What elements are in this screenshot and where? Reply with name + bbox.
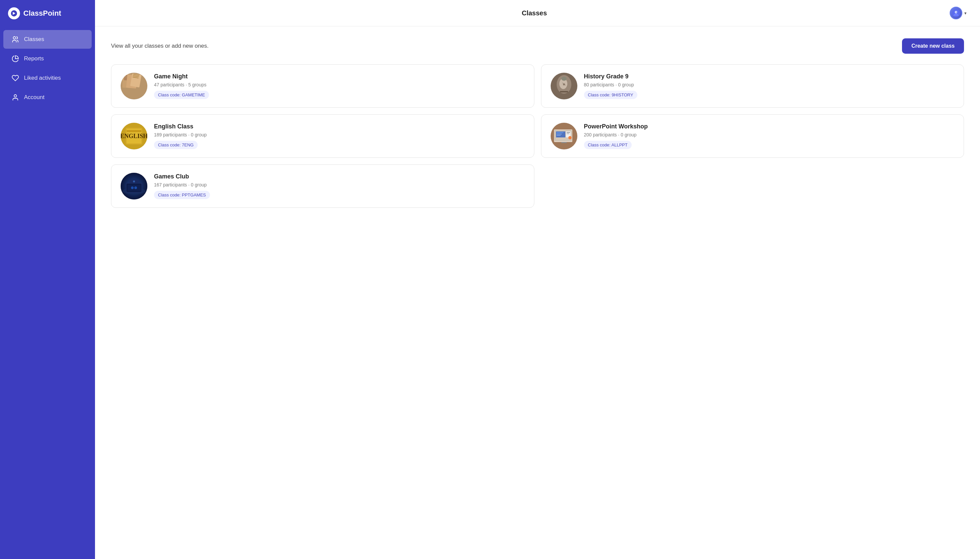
svg-text:C: C <box>955 11 957 14</box>
class-code-english: Class code: 7ENG <box>154 141 198 149</box>
sidebar-item-liked-label: Liked activities <box>24 75 61 81</box>
class-code-game-night: Class code: GAMETIME <box>154 91 209 99</box>
topbar: Classes C ▾ <box>95 0 980 26</box>
person-icon <box>12 93 19 101</box>
chart-icon <box>12 55 19 63</box>
svg-rect-42 <box>561 142 567 143</box>
class-meta-powerpoint: 200 participants · 0 group <box>584 132 955 137</box>
sidebar-item-account[interactable]: Account <box>3 88 92 107</box>
svg-rect-21 <box>560 91 568 93</box>
content-subtitle: View all your classes or add new ones. <box>111 43 209 50</box>
class-info-english: English Class 189 participants · 0 group… <box>154 123 525 149</box>
class-info-games-club: Games Club 167 participants · 0 group Cl… <box>154 173 525 199</box>
svg-point-22 <box>561 77 567 81</box>
sidebar-item-classes-label: Classes <box>24 36 44 43</box>
content-area: View all your classes or add new ones. C… <box>95 26 980 559</box>
app-name: ClassPoint <box>23 9 61 18</box>
sidebar-item-account-label: Account <box>24 94 45 101</box>
svg-point-52 <box>133 180 135 182</box>
svg-text:ENGLISH: ENGLISH <box>120 133 147 139</box>
logo[interactable]: ClassPoint <box>0 0 95 26</box>
class-info-game-night: Game Night 47 participants · 5 groups Cl… <box>154 73 525 99</box>
main-content: Classes C ▾ View all your classes or add… <box>95 0 980 559</box>
sidebar-item-reports[interactable]: Reports <box>3 50 92 68</box>
class-thumbnail-games-club <box>120 173 147 200</box>
classes-grid: Game Night 47 participants · 5 groups Cl… <box>111 64 964 208</box>
class-card-history[interactable]: History Grade 9 80 participants · 0 grou… <box>541 64 964 108</box>
svg-point-2 <box>13 37 16 39</box>
class-name-english: English Class <box>154 123 525 130</box>
class-meta-english: 189 participants · 0 group <box>154 132 525 137</box>
svg-rect-29 <box>127 130 141 132</box>
class-thumbnail-english: ENGLISH <box>120 123 147 149</box>
class-info-powerpoint: PowerPoint Workshop 200 participants · 0… <box>584 123 955 149</box>
heart-icon <box>12 74 19 82</box>
svg-point-50 <box>134 187 137 189</box>
class-meta-game-night: 47 participants · 5 groups <box>154 82 525 88</box>
class-info-history: History Grade 9 80 participants · 0 grou… <box>584 73 955 99</box>
class-name-game-night: Game Night <box>154 73 525 80</box>
sidebar: ClassPoint Classes Reports <box>0 0 95 559</box>
svg-rect-48 <box>127 184 141 191</box>
content-header: View all your classes or add new ones. C… <box>111 38 964 54</box>
class-code-powerpoint: Class code: ALLPPT <box>584 141 632 149</box>
class-name-powerpoint: PowerPoint Workshop <box>584 123 955 130</box>
logo-icon <box>8 7 20 19</box>
class-name-games-club: Games Club <box>154 173 525 180</box>
svg-rect-37 <box>557 135 561 136</box>
chevron-down-icon: ▾ <box>964 11 967 16</box>
svg-point-24 <box>563 83 565 85</box>
users-icon <box>12 35 19 43</box>
class-card-english[interactable]: ENGLISH English Class 189 participants ·… <box>111 114 535 158</box>
create-class-button[interactable]: Create new class <box>902 38 964 54</box>
svg-rect-36 <box>557 134 562 134</box>
user-menu-button[interactable]: C ▾ <box>947 5 969 21</box>
svg-rect-40 <box>567 133 569 134</box>
class-card-game-night[interactable]: Game Night 47 participants · 5 groups Cl… <box>111 64 535 108</box>
page-title: Classes <box>122 9 947 17</box>
sidebar-nav: Classes Reports Liked activities <box>0 26 95 110</box>
svg-point-41 <box>568 136 572 139</box>
sidebar-item-liked[interactable]: Liked activities <box>3 69 92 88</box>
class-card-games-club[interactable]: Games Club 167 participants · 0 group Cl… <box>111 164 535 208</box>
class-meta-games-club: 167 participants · 0 group <box>154 182 525 187</box>
class-thumbnail-game-night <box>120 73 147 99</box>
class-code-games-club: Class code: PPTGAMES <box>154 191 210 199</box>
avatar: C <box>950 7 962 19</box>
svg-rect-35 <box>557 132 563 133</box>
class-thumbnail-history <box>551 73 577 99</box>
svg-rect-39 <box>567 132 570 133</box>
class-card-powerpoint[interactable]: PowerPoint Workshop 200 participants · 0… <box>541 114 964 158</box>
svg-point-3 <box>14 95 16 97</box>
class-code-history: Class code: 9HISTORY <box>584 91 637 99</box>
sidebar-item-reports-label: Reports <box>24 55 44 62</box>
class-thumbnail-powerpoint <box>551 123 577 149</box>
svg-point-49 <box>131 187 134 189</box>
class-name-history: History Grade 9 <box>584 73 955 80</box>
class-meta-history: 80 participants · 0 group <box>584 82 955 88</box>
sidebar-item-classes[interactable]: Classes <box>3 30 92 49</box>
svg-point-1 <box>13 12 15 14</box>
